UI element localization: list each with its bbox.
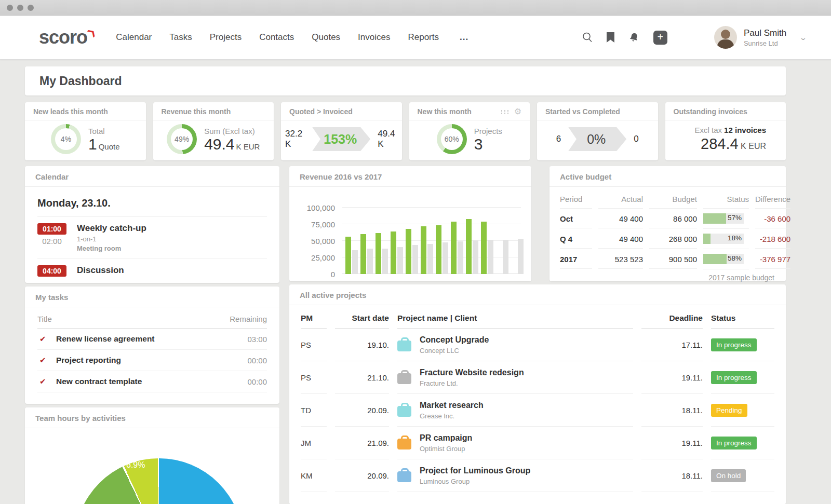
bar-2016-6[interactable] bbox=[427, 244, 433, 274]
bookmark-icon[interactable] bbox=[607, 32, 614, 43]
main-nav: Calendar Tasks Projects Contacts Quotes … bbox=[116, 32, 468, 43]
budget-footer-note: 2017 sample budget bbox=[560, 269, 775, 286]
task-row[interactable]: ✔ Renew license agreement 03:00 bbox=[37, 329, 267, 350]
kpi-label: Sum (Excl tax) bbox=[204, 127, 260, 135]
kpi-value: 1 bbox=[88, 135, 97, 153]
calendar-event[interactable]: 01:00 02:00 Weekly catch-up 1-on-1 Meeti… bbox=[37, 217, 267, 259]
project-deadline: 17.11. bbox=[641, 329, 703, 361]
bar-2017-8[interactable] bbox=[451, 222, 457, 274]
bar-2016-3[interactable] bbox=[382, 249, 388, 274]
budget-status-percent: 58% bbox=[728, 254, 742, 262]
user-avatar bbox=[714, 26, 737, 49]
calendar-event[interactable]: 04:00 Discussion bbox=[37, 259, 267, 283]
kpi-left-value: 6 bbox=[556, 134, 561, 144]
search-icon[interactable] bbox=[582, 32, 593, 43]
project-row[interactable]: TD 20.09. Market research Grease Inc. 18… bbox=[301, 394, 774, 427]
budget-col-status: Status bbox=[703, 190, 749, 209]
event-subtitle: 1-on-1 bbox=[77, 235, 146, 243]
revenue-plot bbox=[342, 208, 521, 274]
nav-item-calendar[interactable]: Calendar bbox=[116, 32, 152, 43]
window-close-button[interactable] bbox=[7, 5, 13, 11]
kpi-title: New this month bbox=[418, 107, 472, 116]
scoro-logo[interactable]: scoro ❯ bbox=[39, 28, 95, 47]
user-company: Sunrise Ltd bbox=[744, 39, 786, 47]
arrow-ribbon: 0% bbox=[568, 127, 626, 151]
team-hours-pie-chart[interactable] bbox=[75, 458, 243, 504]
briefcase-icon bbox=[397, 471, 411, 482]
bar-2017-5[interactable] bbox=[406, 229, 411, 274]
project-pm: PS bbox=[301, 329, 327, 361]
bar-2017-9[interactable] bbox=[466, 219, 472, 274]
budget-period: Q 4 bbox=[560, 230, 592, 249]
bar-2017-4[interactable] bbox=[391, 231, 396, 274]
projects-col-pm: PM bbox=[301, 307, 327, 329]
nav-item-quotes[interactable]: Quotes bbox=[312, 32, 340, 43]
calendar-card: Calendar Monday, 23.10. 01:00 02:00 Week… bbox=[25, 166, 279, 283]
user-profile-menu[interactable]: Paul Smith Sunrise Ltd ⌄ bbox=[714, 26, 806, 49]
bar-2016-4[interactable] bbox=[397, 247, 403, 274]
bar-2016-11[interactable] bbox=[503, 240, 508, 274]
task-remaining: 00:00 bbox=[247, 377, 267, 386]
budget-col-period: Period bbox=[560, 190, 592, 209]
bar-2016-8[interactable] bbox=[458, 241, 463, 274]
nav-more-icon[interactable]: ... bbox=[460, 32, 468, 43]
budget-status-percent: 18% bbox=[728, 234, 742, 242]
bar-2017-3[interactable] bbox=[376, 233, 381, 274]
nav-item-contacts[interactable]: Contacts bbox=[259, 32, 294, 43]
drag-handle-icon[interactable] bbox=[500, 110, 509, 114]
nav-item-projects[interactable]: Projects bbox=[210, 32, 242, 43]
bar-2017-6[interactable] bbox=[421, 226, 426, 274]
project-client: Optimist Group bbox=[420, 445, 472, 453]
bar-2016-5[interactable] bbox=[412, 245, 418, 274]
budget-col-difference: Difference bbox=[755, 190, 790, 209]
nav-item-reports[interactable]: Reports bbox=[408, 32, 439, 43]
project-deadline: 19.11. bbox=[641, 361, 703, 394]
gear-icon[interactable]: ⚙ bbox=[514, 107, 521, 116]
status-badge: In progress bbox=[711, 338, 757, 351]
y-tick-label: 50,000 bbox=[311, 237, 335, 246]
kpi-unit: K EUR bbox=[739, 142, 766, 151]
window-minimize-button[interactable] bbox=[17, 5, 23, 11]
kpi-started-completed: Started vs Completed 6 0% 0 bbox=[537, 102, 658, 160]
kpi-title: Quoted > Invoiced bbox=[289, 107, 353, 116]
task-row[interactable]: ✔ New contract template 00:00 bbox=[37, 371, 267, 392]
kpi-center-percent: 153% bbox=[324, 132, 357, 147]
project-row[interactable]: KM 20.09. Project for Luminous Group Lum… bbox=[301, 459, 774, 492]
project-name: Fracture Website redesign bbox=[420, 367, 524, 377]
bar-2016-1[interactable] bbox=[352, 250, 358, 274]
project-row[interactable]: JM 21.09. PR campaign Optimist Group 19.… bbox=[301, 427, 774, 459]
window-chrome bbox=[0, 0, 831, 16]
bar-2017-2[interactable] bbox=[360, 234, 366, 274]
y-tick-label: 25,000 bbox=[311, 253, 335, 262]
bar-2016-7[interactable] bbox=[443, 242, 448, 274]
projects-col-deadline: Deadline bbox=[641, 307, 703, 329]
bar-2017-7[interactable] bbox=[436, 225, 441, 274]
task-row[interactable]: ✔ Project reporting 00:00 bbox=[37, 350, 267, 371]
window-maximize-button[interactable] bbox=[28, 5, 34, 11]
quick-add-plus-icon[interactable]: + bbox=[653, 31, 667, 45]
checkmark-icon[interactable]: ✔ bbox=[37, 334, 56, 344]
donut-percent: 60% bbox=[445, 135, 459, 143]
bar-2016-12[interactable] bbox=[518, 239, 524, 274]
project-row[interactable]: PS 21.10. Fracture Website redesign Frac… bbox=[301, 361, 774, 394]
nav-item-invoices[interactable]: Invoices bbox=[358, 32, 390, 43]
budget-period: 2017 bbox=[560, 250, 592, 269]
bar-2016-2[interactable] bbox=[367, 249, 373, 274]
kpi-title: Revenue this month bbox=[162, 107, 231, 116]
checkmark-icon[interactable]: ✔ bbox=[37, 377, 56, 386]
bar-2016-10[interactable] bbox=[488, 240, 493, 274]
bar-2016-9[interactable] bbox=[473, 240, 478, 274]
project-row[interactable]: PS 19.10. Concept Upgrade Concept LLC 17… bbox=[301, 329, 774, 361]
revenue-y-axis: 025,00050,00075,000100,000 bbox=[299, 208, 342, 274]
notifications-bell-icon[interactable] bbox=[628, 32, 640, 44]
checkmark-icon[interactable]: ✔ bbox=[37, 356, 56, 365]
budget-actual: 523 523 bbox=[598, 250, 643, 269]
project-start-date: 21.09. bbox=[335, 427, 389, 459]
nav-item-tasks[interactable]: Tasks bbox=[169, 32, 192, 43]
bar-2017-1[interactable] bbox=[345, 237, 351, 274]
navbar-icons: + bbox=[582, 31, 667, 45]
bar-2017-10[interactable] bbox=[481, 222, 487, 274]
projects-col-status: Status bbox=[711, 307, 774, 329]
kpi-title: Outstanding invoices bbox=[674, 107, 747, 116]
briefcase-icon bbox=[397, 373, 411, 384]
